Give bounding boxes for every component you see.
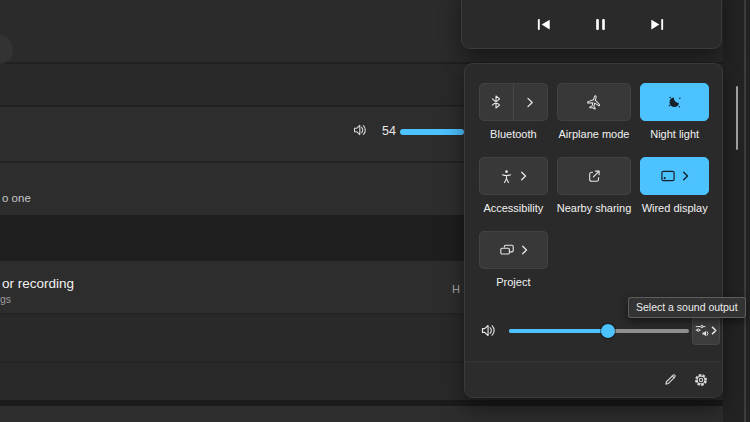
- speaker-icon: [352, 122, 368, 138]
- scrollbar[interactable]: [736, 86, 738, 150]
- nearby-sharing-tile[interactable]: [557, 157, 632, 195]
- quick-settings-grid: Bluetooth Airplane mode Ni: [479, 83, 709, 289]
- pause-icon: [593, 17, 608, 32]
- speaker-icon[interactable]: [480, 322, 497, 339]
- edit-quick-settings-button[interactable]: [663, 372, 678, 387]
- project-icon: [499, 243, 515, 258]
- chevron-right-icon: [520, 171, 527, 181]
- next-track-button[interactable]: [643, 11, 673, 37]
- airplane-icon: [584, 92, 603, 111]
- quick-setting-cell: Airplane mode: [557, 83, 632, 141]
- tile-label: Bluetooth: [490, 128, 536, 141]
- previous-track-icon: [535, 17, 552, 32]
- accessibility-icon: [499, 169, 514, 184]
- volume-slider-thumb[interactable]: [601, 324, 615, 338]
- bluetooth-flyout-chevron[interactable]: [514, 84, 547, 120]
- tile-label: Night light: [650, 128, 699, 141]
- tile-label: Project: [496, 276, 530, 289]
- quick-settings-panel: Bluetooth Airplane mode Ni: [464, 63, 723, 398]
- bg-volume-slider[interactable]: [400, 129, 464, 135]
- quick-setting-cell: Night light: [640, 83, 709, 141]
- window-edge: [744, 0, 746, 422]
- tile-label: Nearby sharing: [557, 202, 632, 215]
- volume-slider-fill: [509, 329, 608, 333]
- quick-setting-cell: Wired display: [640, 157, 709, 215]
- cast-icon: [660, 168, 676, 184]
- tooltip: Select a sound output: [628, 297, 746, 318]
- gear-icon: [693, 372, 709, 388]
- pencil-icon: [663, 372, 678, 387]
- sound-output-icon: [695, 323, 710, 338]
- bg-volume-value: 54: [382, 124, 396, 138]
- project-tile[interactable]: [479, 231, 548, 269]
- tile-label: Airplane mode: [559, 128, 630, 141]
- quick-settings-footer: [465, 361, 722, 397]
- wired-display-tile[interactable]: [640, 157, 709, 195]
- accessibility-tile[interactable]: [479, 157, 548, 195]
- pause-button[interactable]: [586, 11, 616, 37]
- bluetooth-icon: [490, 95, 502, 109]
- tile-label: Accessibility: [483, 202, 543, 215]
- volume-row: [465, 315, 722, 347]
- bg-partial-text: or recording: [2, 276, 74, 291]
- tile-label: Wired display: [642, 202, 708, 215]
- night-light-tile[interactable]: [640, 83, 709, 121]
- volume-slider[interactable]: [509, 329, 689, 333]
- chevron-right-icon: [682, 171, 689, 181]
- bluetooth-toggle[interactable]: [480, 84, 513, 120]
- previous-track-button[interactable]: [529, 11, 559, 37]
- bg-partial-text: o one: [2, 192, 31, 204]
- bg-bottom-strip: [0, 406, 750, 422]
- airplane-mode-tile[interactable]: [557, 83, 632, 121]
- quick-setting-cell: Bluetooth: [479, 83, 548, 141]
- quick-setting-cell: Project: [479, 231, 548, 289]
- media-controls-flyout: [461, 0, 722, 49]
- quick-setting-cell: Nearby sharing: [557, 157, 632, 215]
- bg-partial-text: gs: [0, 293, 11, 305]
- bluetooth-tile[interactable]: [479, 83, 548, 121]
- chevron-right-icon: [526, 97, 534, 108]
- bg-partial-text: H: [452, 283, 460, 295]
- quick-setting-cell: Accessibility: [479, 157, 548, 215]
- chevron-right-icon: [521, 245, 528, 255]
- chevron-right-icon: [711, 326, 717, 335]
- share-icon: [586, 168, 602, 184]
- next-track-icon: [649, 17, 666, 32]
- night-light-icon: [667, 94, 683, 110]
- settings-button[interactable]: [693, 372, 709, 388]
- sound-output-button[interactable]: [692, 316, 720, 345]
